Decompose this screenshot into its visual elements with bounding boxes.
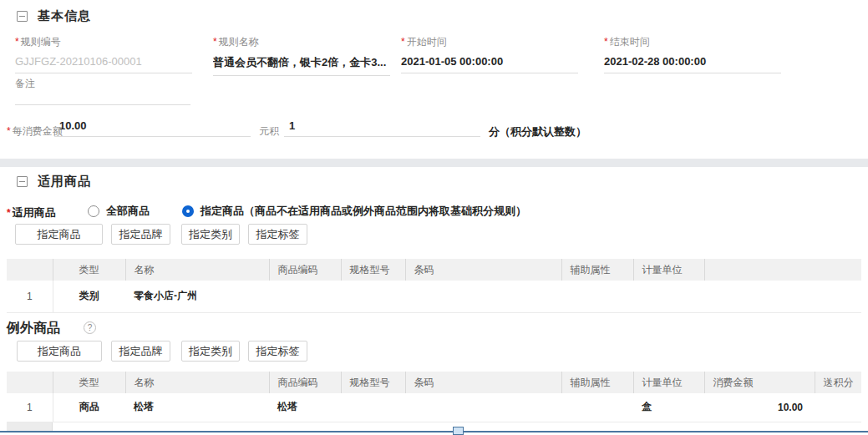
radio-specified-goods[interactable]: 指定商品（商品不在适用商品或例外商品范围内将取基础积分规则）	[182, 204, 526, 219]
table-cell	[405, 393, 561, 422]
bottom-selection-line	[0, 431, 868, 432]
specify-goods-button[interactable]: 指定商品	[15, 224, 103, 245]
remark-input[interactable]	[15, 92, 190, 105]
column-header: 辅助属性	[561, 372, 633, 393]
specify-tag-button[interactable]: 指定标签	[248, 224, 307, 245]
column-header: 商品编码	[269, 259, 341, 281]
collapse-icon[interactable]	[17, 176, 28, 187]
table-cell	[633, 281, 704, 312]
yuan-points-label: 元积	[259, 124, 279, 139]
collapse-icon[interactable]	[17, 11, 28, 22]
table-cell: 零食小店-广州	[125, 281, 269, 312]
exception-goods-title: 例外商品	[7, 320, 60, 337]
exception-goods-table: 类型名称商品编码规格型号条码辅助属性计量单位消费金额送积分1商品松塔松塔盒10.…	[7, 372, 861, 422]
column-header: 送积分	[815, 372, 861, 393]
table-cell: 1	[7, 393, 53, 422]
rule-number-label: 规则编号	[15, 35, 192, 49]
column-header: 消费金额	[704, 372, 815, 393]
help-icon[interactable]	[84, 321, 96, 334]
applicable-goods-section-header: 适用商品	[17, 174, 91, 190]
rule-number-field: 规则编号 GJJFGZ-20210106-00001	[15, 35, 192, 73]
specify-category-button[interactable]: 指定类别	[181, 341, 240, 362]
column-header: 类型	[53, 372, 125, 393]
remark-label: 备注	[15, 77, 35, 91]
column-header	[7, 259, 53, 281]
specify-brand-button[interactable]: 指定品牌	[111, 224, 170, 245]
column-header: 规格型号	[341, 259, 405, 281]
specify-brand-button[interactable]: 指定品牌	[111, 341, 170, 362]
radio-all-goods[interactable]: 全部商品	[88, 204, 150, 219]
section-divider	[0, 159, 868, 167]
column-header	[7, 372, 53, 393]
start-time-field: 开始时间 2021-01-05 00:00:00	[401, 35, 578, 73]
resize-handle[interactable]	[453, 427, 464, 435]
column-header: 条码	[405, 372, 561, 393]
table-cell: 松塔	[269, 393, 341, 422]
basic-info-section-header: 基本信息	[17, 8, 91, 24]
table-cell: 10.00	[704, 393, 815, 422]
table-cell: 松塔	[125, 393, 269, 422]
table-cell	[704, 281, 861, 312]
column-header: 类型	[53, 259, 125, 281]
specify-goods-button[interactable]: 指定商品	[17, 341, 102, 362]
table-cell	[815, 393, 861, 422]
column-header: 条码	[405, 259, 561, 281]
section-title: 基本信息	[38, 8, 91, 24]
radio-label: 全部商品	[106, 204, 150, 219]
end-time-input[interactable]: 2021-02-28 00:00:00	[604, 55, 781, 73]
table-cell: 1	[7, 281, 53, 312]
table-cell	[405, 281, 561, 312]
table-cell	[561, 393, 633, 422]
radio-unchecked-icon[interactable]	[88, 205, 99, 217]
start-time-input[interactable]: 2021-01-05 00:00:00	[401, 55, 578, 73]
column-header: 名称	[125, 372, 269, 393]
column-header: 名称	[125, 259, 269, 281]
table-cell: 盒	[633, 393, 704, 422]
points-suffix-text: 分（积分默认整数）	[489, 124, 586, 139]
column-header: 商品编码	[269, 372, 341, 393]
per-amount-input[interactable]: 10.00	[54, 119, 251, 137]
table-row[interactable]: 1类别零食小店-广州	[7, 281, 861, 312]
radio-checked-icon[interactable]	[182, 205, 194, 217]
column-header	[704, 259, 861, 281]
table-cell	[341, 393, 405, 422]
section-title: 适用商品	[38, 174, 91, 190]
end-time-label: 结束时间	[604, 35, 781, 49]
table-cell: 商品	[53, 393, 125, 422]
applicable-goods-radio-label: 适用商品	[7, 205, 56, 220]
points-input[interactable]: 1	[284, 119, 480, 137]
rule-name-label: 规则名称	[213, 35, 390, 49]
column-header: 计量单位	[633, 259, 704, 281]
rule-name-input[interactable]: 普通会员不翻倍，银卡2倍，金卡3...	[213, 55, 390, 76]
column-header: 规格型号	[341, 372, 405, 393]
table-row[interactable]: 1商品松塔松塔盒10.00	[7, 393, 861, 422]
rule-number-value: GJJFGZ-20210106-00001	[15, 55, 192, 73]
end-time-field: 结束时间 2021-02-28 00:00:00	[604, 35, 781, 73]
start-time-label: 开始时间	[401, 35, 578, 49]
rule-name-field: 规则名称 普通会员不翻倍，银卡2倍，金卡3...	[213, 35, 390, 76]
column-header: 计量单位	[633, 372, 704, 393]
table-cell	[269, 281, 341, 312]
points-rule-form: 基本信息 规则编号 GJJFGZ-20210106-00001 规则名称 普通会…	[0, 0, 868, 435]
table-cell: 类别	[53, 281, 125, 312]
column-header: 辅助属性	[561, 259, 633, 281]
applicable-goods-table: 类型名称商品编码规格型号条码辅助属性计量单位1类别零食小店-广州	[7, 259, 861, 313]
specify-tag-button[interactable]: 指定标签	[248, 341, 307, 362]
specify-category-button[interactable]: 指定类别	[181, 224, 240, 245]
table-cell	[341, 281, 405, 312]
table-cell	[561, 281, 633, 312]
radio-label: 指定商品（商品不在适用商品或例外商品范围内将取基础积分规则）	[201, 204, 526, 219]
